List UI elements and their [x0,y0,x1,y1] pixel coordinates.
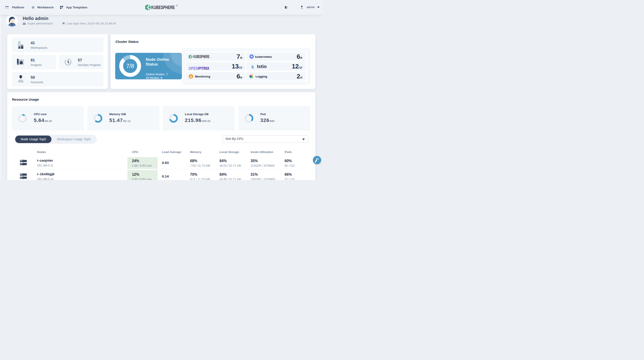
svg-text:7/8: 7/8 [126,63,134,69]
